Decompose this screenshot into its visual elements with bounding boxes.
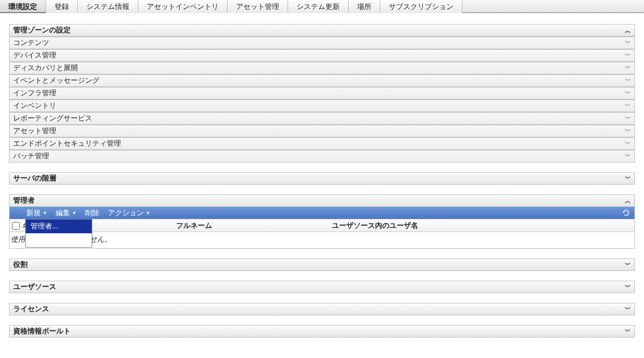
zone-item-batch[interactable]: バッチ管理 ︾ bbox=[9, 150, 635, 163]
zone-item-infra[interactable]: インフラ管理 ︾ bbox=[9, 87, 635, 100]
zone-item-reporting[interactable]: レポーティングサービス ︾ bbox=[9, 112, 635, 125]
admin-column-header-row: 名前 フルネーム ユーザソース内のユーザ名 bbox=[10, 219, 634, 232]
expand-icon: ︾ bbox=[624, 77, 632, 85]
zone-settings-header[interactable]: 管理ゾーンの設定 ︽ bbox=[9, 24, 635, 37]
zone-item-label: イベントとメッセージング bbox=[13, 76, 99, 86]
zone-item-label: インフラ管理 bbox=[13, 88, 56, 98]
expand-icon: ︾ bbox=[624, 283, 632, 291]
dropdown-item-admin-group[interactable]: 管理者グループ... bbox=[26, 233, 92, 247]
zone-item-device-mgmt[interactable]: デバイス管理 ︾ bbox=[9, 49, 635, 62]
expand-icon: ︾ bbox=[624, 89, 632, 98]
license-panel: ライセンス ︾ bbox=[9, 303, 635, 315]
administrators-title: 管理者 bbox=[13, 195, 35, 206]
tab-system-info[interactable]: システム情報 bbox=[78, 0, 138, 13]
administrators-header[interactable]: 管理者 ︽ bbox=[9, 194, 635, 207]
roles-panel: 役割 ︾ bbox=[9, 258, 635, 271]
expand-icon: ︾ bbox=[624, 115, 632, 123]
zone-item-events[interactable]: イベントとメッセージング ︾ bbox=[9, 74, 635, 87]
dropdown-item-admin[interactable]: 管理者... bbox=[26, 219, 92, 233]
license-header[interactable]: ライセンス ︾ bbox=[9, 303, 635, 315]
credential-vault-title: 資格情報ボールト bbox=[13, 326, 71, 336]
chevron-down-icon: ▼ bbox=[43, 210, 47, 216]
toolbar-new-button[interactable]: 新規 ▼ bbox=[26, 208, 47, 218]
collapse-icon: ︽ bbox=[624, 197, 632, 205]
select-all-checkbox[interactable] bbox=[12, 222, 20, 230]
expand-icon: ︾ bbox=[624, 64, 632, 73]
expand-icon: ︾ bbox=[624, 152, 632, 161]
user-source-panel: ユーザソース ︾ bbox=[9, 281, 635, 293]
zone-item-asset-mgmt[interactable]: アセット管理 ︾ bbox=[9, 125, 635, 137]
refresh-icon-svg bbox=[622, 209, 630, 217]
zone-item-discovery[interactable]: ディスカバリと展開 ︾ bbox=[9, 62, 635, 74]
admin-toolbar: 新規 ▼ 編集 ▼ 削除 アクション ▼ bbox=[10, 207, 634, 219]
tab-register[interactable]: 登録 bbox=[46, 0, 78, 13]
zone-item-content[interactable]: コンテンツ ︾ bbox=[9, 37, 635, 49]
expand-icon: ︾ bbox=[624, 261, 632, 269]
zone-settings-panel: 管理ゾーンの設定 ︽ コンテンツ ︾ デバイス管理 ︾ ディスカバリと展開 ︾ … bbox=[9, 24, 635, 163]
tab-asset-mgmt[interactable]: アセット管理 bbox=[228, 0, 288, 13]
zone-item-label: インベントリ bbox=[13, 101, 56, 111]
roles-title: 役割 bbox=[13, 260, 28, 270]
tab-asset-inventory[interactable]: アセットインベントリ bbox=[138, 0, 228, 13]
toolbar-edit-button[interactable]: 編集 ▼ bbox=[56, 208, 77, 218]
toolbar-edit-label: 編集 bbox=[56, 208, 70, 218]
expand-icon: ︾ bbox=[624, 127, 632, 136]
zone-item-label: デバイス管理 bbox=[13, 50, 56, 61]
new-dropdown-menu: 管理者... 管理者グループ... bbox=[25, 219, 92, 248]
zone-item-endpoint-sec[interactable]: エンドポイントセキュリティ管理 ︾ bbox=[9, 137, 635, 150]
toolbar-new-label: 新規 bbox=[26, 208, 41, 218]
server-hierarchy-header[interactable]: サーバの階層 ︾ bbox=[9, 172, 635, 185]
expand-icon: ︾ bbox=[624, 175, 632, 183]
expand-icon: ︾ bbox=[624, 39, 632, 47]
zone-item-label: バッチ管理 bbox=[13, 151, 49, 161]
user-source-title: ユーザソース bbox=[13, 282, 56, 292]
admin-empty-message: 使用できる項目がありません。 bbox=[10, 232, 634, 248]
roles-header[interactable]: 役割 ︾ bbox=[9, 258, 635, 271]
license-title: ライセンス bbox=[13, 304, 49, 314]
zone-settings-title: 管理ゾーンの設定 bbox=[13, 25, 71, 35]
zone-item-label: レポーティングサービス bbox=[13, 113, 92, 124]
server-hierarchy-panel: サーバの階層 ︾ bbox=[9, 172, 635, 185]
expand-icon: ︾ bbox=[624, 327, 632, 336]
credential-vault-panel: 資格情報ボールト ︾ bbox=[9, 325, 635, 338]
refresh-icon[interactable] bbox=[621, 208, 631, 218]
credential-vault-header[interactable]: 資格情報ボールト ︾ bbox=[9, 325, 635, 338]
zone-item-label: ディスカバリと展開 bbox=[13, 63, 78, 73]
tab-subscription[interactable]: サブスクリプション bbox=[380, 0, 462, 13]
toolbar-action-button[interactable]: アクション ▼ bbox=[108, 208, 150, 218]
column-fullname-header[interactable]: フルネーム bbox=[176, 221, 332, 231]
toolbar-action-label: アクション bbox=[108, 208, 144, 218]
expand-icon: ︾ bbox=[624, 140, 632, 148]
zone-item-inventory[interactable]: インベントリ ︾ bbox=[9, 100, 635, 112]
collapse-icon: ︽ bbox=[624, 26, 632, 35]
chevron-down-icon: ▼ bbox=[72, 210, 77, 216]
top-tab-bar: 環境設定 登録 システム情報 アセットインベントリ アセット管理 システム更新 … bbox=[0, 0, 644, 13]
toolbar-delete-button[interactable]: 削除 bbox=[85, 208, 99, 218]
administrators-panel: 管理者 ︽ 新規 ▼ 編集 ▼ 削除 アクション ▼ bbox=[9, 194, 635, 249]
zone-item-label: コンテンツ bbox=[13, 38, 49, 48]
zone-item-label: エンドポイントセキュリティ管理 bbox=[13, 139, 121, 149]
tab-env-settings[interactable]: 環境設定 bbox=[0, 0, 46, 13]
expand-icon: ︾ bbox=[624, 52, 632, 60]
chevron-down-icon: ▼ bbox=[146, 210, 150, 216]
column-username-header[interactable]: ユーザソース内のユーザ名 bbox=[332, 221, 634, 231]
expand-icon: ︾ bbox=[624, 102, 632, 110]
server-hierarchy-title: サーバの階層 bbox=[13, 173, 56, 183]
expand-icon: ︾ bbox=[624, 305, 632, 314]
user-source-header[interactable]: ユーザソース ︾ bbox=[9, 281, 635, 293]
tab-location[interactable]: 場所 bbox=[349, 0, 380, 13]
zone-item-label: アセット管理 bbox=[13, 126, 56, 136]
toolbar-delete-label: 削除 bbox=[85, 208, 99, 218]
tab-system-update[interactable]: システム更新 bbox=[288, 0, 349, 13]
